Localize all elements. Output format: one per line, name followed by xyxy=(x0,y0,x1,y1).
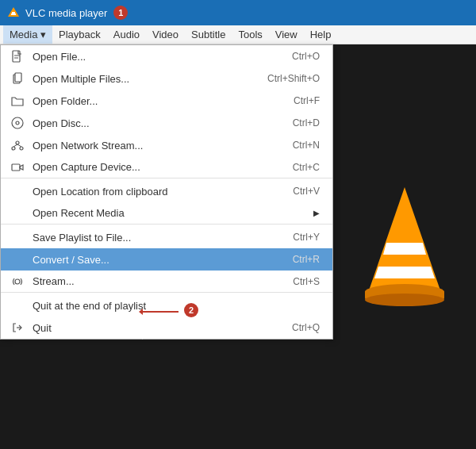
stream-label: Stream... xyxy=(33,275,261,287)
menu-audio[interactable]: Audio xyxy=(107,25,146,44)
svg-point-15 xyxy=(16,121,19,125)
menu-item-save-playlist[interactable]: Save Playlist to File... Ctrl+Y xyxy=(1,226,332,248)
menu-item-convert-save[interactable]: Convert / Save... Ctrl+R xyxy=(1,248,332,271)
quit-label: Quit xyxy=(33,322,260,334)
svg-rect-2 xyxy=(12,12,15,13)
save-playlist-shortcut: Ctrl+Y xyxy=(293,232,320,243)
folder-icon xyxy=(10,94,25,108)
menu-item-open-clipboard[interactable]: Open Location from clipboard Ctrl+V xyxy=(1,180,332,202)
capture-icon xyxy=(10,160,25,175)
open-network-shortcut: Ctrl+N xyxy=(293,140,320,151)
menu-item-open-recent[interactable]: Open Recent Media ▶ xyxy=(1,202,332,224)
convert-icon xyxy=(10,252,25,267)
open-capture-label: Open Capture Device... xyxy=(33,161,261,173)
open-folder-shortcut: Ctrl+F xyxy=(294,95,320,106)
convert-save-label: Convert / Save... xyxy=(33,254,261,266)
svg-marker-26 xyxy=(139,309,143,315)
network-icon xyxy=(10,138,25,152)
menu-help[interactable]: Help xyxy=(304,25,338,44)
menu-item-open-multiple[interactable]: Open Multiple Files... Ctrl+Shift+O xyxy=(1,67,332,90)
annotation-2-container: 2 xyxy=(182,303,198,317)
svg-line-19 xyxy=(13,144,17,147)
open-multiple-label: Open Multiple Files... xyxy=(33,73,236,85)
save-playlist-icon xyxy=(10,230,25,244)
vlc-cone-icon xyxy=(353,179,456,314)
disc-icon xyxy=(10,116,25,130)
open-disc-label: Open Disc... xyxy=(33,117,261,129)
menubar: Media ▾ Playback Audio Video Subtitle To… xyxy=(0,25,476,44)
svg-point-18 xyxy=(20,147,23,150)
stream-shortcut: Ctrl+S xyxy=(293,276,320,287)
svg-marker-22 xyxy=(20,165,23,170)
annotation-arrow-2 xyxy=(139,304,186,320)
menu-media[interactable]: Media ▾ xyxy=(3,25,52,44)
svg-rect-1 xyxy=(11,13,16,15)
open-capture-shortcut: Ctrl+C xyxy=(293,162,320,173)
submenu-arrow-icon: ▶ xyxy=(313,209,320,217)
menu-item-open-file[interactable]: Open File... Ctrl+O xyxy=(1,45,332,67)
quit-end-icon xyxy=(10,298,25,313)
open-disc-shortcut: Ctrl+D xyxy=(293,117,320,129)
convert-save-shortcut: Ctrl+R xyxy=(293,254,320,265)
svg-rect-13 xyxy=(15,73,21,82)
save-playlist-label: Save Playlist to File... xyxy=(33,232,261,244)
svg-point-14 xyxy=(12,117,23,129)
open-multiple-shortcut: Ctrl+Shift+O xyxy=(267,73,320,84)
clipboard-icon xyxy=(10,184,25,198)
open-clipboard-shortcut: Ctrl+V xyxy=(293,186,320,197)
menu-item-open-folder[interactable]: Open Folder... Ctrl+F xyxy=(1,90,332,112)
open-network-label: Open Network Stream... xyxy=(33,140,261,152)
svg-point-23 xyxy=(15,279,20,284)
open-file-shortcut: Ctrl+O xyxy=(292,51,320,62)
menu-video[interactable]: Video xyxy=(146,25,185,44)
annotation-badge-1: 1 xyxy=(113,6,128,20)
svg-rect-21 xyxy=(12,164,20,171)
menu-subtitle[interactable]: Subtitle xyxy=(185,25,232,44)
menu-item-open-capture[interactable]: Open Capture Device... Ctrl+C xyxy=(1,156,332,178)
menu-tools[interactable]: Tools xyxy=(232,25,268,44)
open-recent-label: Open Recent Media xyxy=(33,207,275,219)
svg-line-20 xyxy=(17,144,21,147)
file-icon xyxy=(10,49,25,63)
files-icon xyxy=(10,71,25,86)
stream-icon xyxy=(10,274,25,289)
svg-marker-5 xyxy=(374,267,435,278)
main-area: Open File... Ctrl+O Open Multiple Files.… xyxy=(0,44,476,449)
svg-point-16 xyxy=(16,141,19,144)
svg-marker-4 xyxy=(383,243,426,255)
menu-item-stream[interactable]: Stream... Ctrl+S xyxy=(1,271,332,293)
open-folder-label: Open Folder... xyxy=(33,95,262,107)
media-dropdown-menu: Open File... Ctrl+O Open Multiple Files.… xyxy=(0,44,333,340)
window-title: VLC media player xyxy=(25,7,107,19)
titlebar: VLC media player 1 xyxy=(0,0,476,25)
svg-point-8 xyxy=(365,294,444,306)
svg-point-17 xyxy=(12,147,15,150)
vlc-cone-area xyxy=(333,44,476,449)
menu-item-open-disc[interactable]: Open Disc... Ctrl+D xyxy=(1,112,332,134)
recent-icon xyxy=(10,206,25,221)
quit-icon xyxy=(10,320,25,335)
menu-playback[interactable]: Playback xyxy=(52,25,107,44)
menu-item-open-network[interactable]: Open Network Stream... Ctrl+N xyxy=(1,134,332,156)
svg-rect-9 xyxy=(13,51,20,62)
menu-view[interactable]: View xyxy=(269,25,304,44)
open-file-label: Open File... xyxy=(33,51,260,63)
vlc-logo-icon xyxy=(6,6,21,20)
quit-shortcut: Ctrl+Q xyxy=(292,322,320,333)
menu-item-quit[interactable]: Quit Ctrl+Q xyxy=(1,317,332,339)
open-clipboard-label: Open Location from clipboard xyxy=(33,186,261,198)
